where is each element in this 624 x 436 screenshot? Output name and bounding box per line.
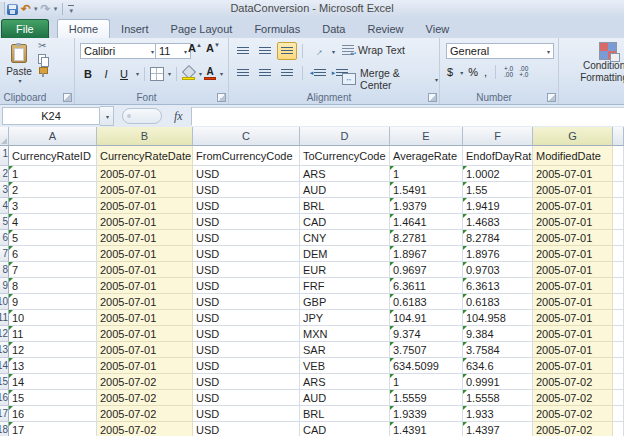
cell-G13[interactable]: 2005-07-01 [533,342,613,358]
cell-C12[interactable]: USD [193,326,300,342]
cell-D13[interactable]: SAR [300,342,390,358]
cell-G8[interactable]: 2005-07-01 [533,262,613,278]
cell-D11[interactable]: JPY [300,310,390,326]
cell-F13[interactable]: 3.7584 [463,342,533,358]
row-header-6[interactable]: 6 [0,230,9,246]
cell-D8[interactable]: EUR [300,262,390,278]
shrink-font-button[interactable]: A▼ [206,42,220,54]
cell-H10[interactable] [613,294,624,310]
cell-H7[interactable] [613,246,624,262]
borders-icon[interactable] [150,67,164,81]
col-header-E[interactable]: E [390,127,463,146]
row-header-4[interactable]: 4 [0,198,9,214]
cut-icon[interactable]: ✂ [38,41,48,51]
paste-dropdown-icon[interactable]: ▾ [18,77,21,84]
font-name-combo[interactable]: Calibri▾ [80,43,158,59]
cell-E13[interactable]: 3.7507 [390,342,463,358]
cell-G16[interactable]: 2005-07-02 [533,390,613,406]
cell-D17[interactable]: BRL [300,406,390,422]
cell-H11[interactable] [613,310,624,326]
cell-C8[interactable]: USD [193,262,300,278]
row-header-12[interactable]: 12 [0,326,9,342]
formula-input[interactable] [192,107,624,126]
cell-B10[interactable]: 2005-07-01 [97,294,193,310]
cell-G2[interactable]: 2005-07-01 [533,166,613,182]
cell-H17[interactable] [613,406,624,422]
cell-A11[interactable]: 10 [9,310,97,326]
col-header-F[interactable]: F [463,127,533,146]
cell-B16[interactable]: 2005-07-02 [97,390,193,406]
borders-dropdown-icon[interactable]: ▾ [168,70,171,77]
cell-B2[interactable]: 2005-07-01 [97,166,193,182]
cell-G9[interactable]: 2005-07-01 [533,278,613,294]
cell-F14[interactable]: 634.6 [463,358,533,374]
cell-H18[interactable] [613,422,624,436]
alignment-dialog-launcher-icon[interactable] [428,93,437,102]
cell-F4[interactable]: 1.9419 [463,198,533,214]
cell-H14[interactable] [613,358,624,374]
cell-D3[interactable]: AUD [300,182,390,198]
insert-function-icon[interactable]: fx [174,109,183,124]
cell-B8[interactable]: 2005-07-01 [97,262,193,278]
cell-B15[interactable]: 2005-07-02 [97,374,193,390]
cell-C15[interactable]: USD [193,374,300,390]
cell-G3[interactable]: 2005-07-01 [533,182,613,198]
cell-D6[interactable]: CNY [300,230,390,246]
row-header-15[interactable]: 15 [0,374,9,390]
tab-insert[interactable]: Insert [110,20,160,38]
row-header-5[interactable]: 5 [0,214,9,230]
row-header-7[interactable]: 7 [0,246,9,262]
row-header-10[interactable]: 10 [0,294,9,310]
cell-D18[interactable]: CAD [300,422,390,436]
cell-B1[interactable]: CurrencyRateDate [97,146,193,166]
cell-B18[interactable]: 2005-07-02 [97,422,193,436]
cell-D16[interactable]: AUD [300,390,390,406]
bottom-align-button[interactable] [277,42,297,60]
increase-decimal-button[interactable]: +.0.00 [503,65,514,79]
font-color-dropdown-icon[interactable]: ▾ [220,70,223,77]
cell-A3[interactable]: 2 [9,182,97,198]
cell-F11[interactable]: 104.958 [463,310,533,326]
cell-D12[interactable]: MXN [300,326,390,342]
cell-G7[interactable]: 2005-07-01 [533,246,613,262]
cell-F17[interactable]: 1.933 [463,406,533,422]
cell-C11[interactable]: USD [193,310,300,326]
underline-dropdown-icon[interactable]: ▾ [136,70,139,77]
cell-E9[interactable]: 6.3611 [390,278,463,294]
cell-H9[interactable] [613,278,624,294]
grow-font-button[interactable]: A▲ [188,42,202,54]
cell-H15[interactable] [613,374,624,390]
cell-E16[interactable]: 1.5559 [390,390,463,406]
col-header-H[interactable] [613,127,624,146]
cell-F5[interactable]: 1.4683 [463,214,533,230]
conditional-formatting-button[interactable]: Conditional Formatting ▾ [575,41,624,86]
row-header-2[interactable]: 2 [0,166,9,182]
col-header-C[interactable]: C [193,127,300,146]
cell-A18[interactable]: 17 [9,422,97,436]
middle-align-button[interactable] [255,42,275,60]
cell-E10[interactable]: 0.6183 [390,294,463,310]
cell-C9[interactable]: USD [193,278,300,294]
fill-color-dropdown-icon[interactable]: ▾ [199,70,202,77]
row-header-16[interactable]: 16 [0,390,9,406]
cell-C18[interactable]: USD [193,422,300,436]
row-header-17[interactable]: 17 [0,406,9,422]
cell-B7[interactable]: 2005-07-01 [97,246,193,262]
row-header-8[interactable]: 8 [0,262,9,278]
cell-F7[interactable]: 1.8976 [463,246,533,262]
cell-H6[interactable] [613,230,624,246]
cell-C4[interactable]: USD [193,198,300,214]
cell-B12[interactable]: 2005-07-01 [97,326,193,342]
cell-A4[interactable]: 3 [9,198,97,214]
cell-C2[interactable]: USD [193,166,300,182]
align-center-button[interactable] [255,64,275,82]
cell-B14[interactable]: 2005-07-01 [97,358,193,374]
row-header-11[interactable]: 11 [0,310,9,326]
cell-A9[interactable]: 8 [9,278,97,294]
cell-E1[interactable]: AverageRate [390,146,463,166]
cell-D10[interactable]: GBP [300,294,390,310]
cell-E18[interactable]: 1.4391 [390,422,463,436]
cell-D7[interactable]: DEM [300,246,390,262]
row-header-1[interactable]: 1 [0,146,9,166]
cell-G5[interactable]: 2005-07-01 [533,214,613,230]
